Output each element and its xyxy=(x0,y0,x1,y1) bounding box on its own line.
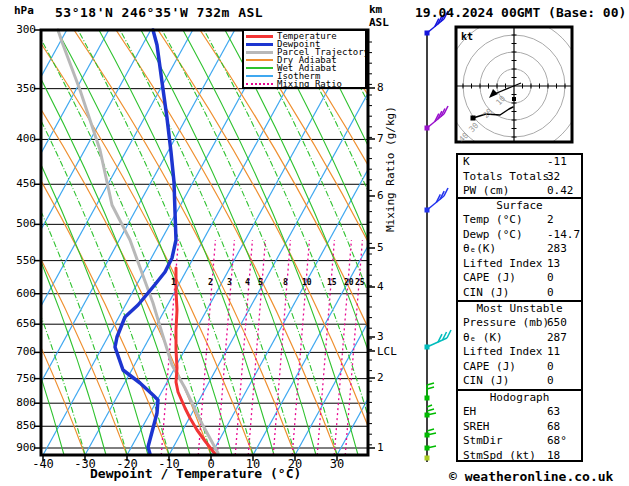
stats-value: 68° xyxy=(547,434,567,449)
stats-label: Lifted Index xyxy=(463,345,542,358)
datetime-label: 19.04.2024 00GMT (Base: 00) xyxy=(415,5,626,20)
stats-row: CAPE (J)0 xyxy=(458,271,581,286)
stats-row: θₑ(K)283 xyxy=(458,242,581,257)
stats-row: StmSpd (kt)18 xyxy=(458,449,581,464)
wet-adiabat-line xyxy=(36,30,211,455)
stats-value: -11 xyxy=(547,155,567,170)
stats-label: CAPE (J) xyxy=(463,360,516,373)
stats-value: 2 xyxy=(547,213,554,228)
stats-row: CAPE (J)0 xyxy=(458,360,581,375)
stats-value: 18 xyxy=(547,449,560,464)
temperature-tick-label: -40 xyxy=(28,459,58,470)
stats-row: Dewp (°C)-14.7 xyxy=(458,228,581,243)
stats-label: Totals Totals xyxy=(463,170,549,183)
legend-item: Mixing Ratio xyxy=(246,80,365,88)
dry-adiabat-line xyxy=(200,30,421,455)
pressure-tick-label: 450 xyxy=(6,178,36,189)
stats-row: SREH68 xyxy=(458,420,581,435)
hodograph-unit-label: kt xyxy=(461,31,473,42)
wind-barb xyxy=(425,456,430,461)
wet-adiabat-line xyxy=(624,30,629,455)
stats-table: SurfaceTemp (°C)2Dewp (°C)-14.7θₑ(K)283L… xyxy=(456,197,583,302)
mixing-ratio-value-label: 4 xyxy=(245,277,250,288)
stats-value: 287 xyxy=(547,331,567,346)
temperature-tick-label: 0 xyxy=(196,459,226,470)
legend-swatch xyxy=(246,35,273,38)
stats-row: θₑ (K)287 xyxy=(458,331,581,346)
wet-adiabat-line xyxy=(582,30,629,455)
wet-adiabat-line xyxy=(246,30,421,455)
wet-adiabat-line xyxy=(78,30,253,455)
temperature-tick-label: 20 xyxy=(280,459,310,470)
dry-adiabat-line xyxy=(158,30,379,455)
mixing-ratio-axis-title: Mixing Ratio (g/kg) xyxy=(384,106,397,232)
km-tick-label: 6 xyxy=(377,190,384,201)
station-title: 53°18'N 246°35'W 732m ASL xyxy=(55,5,263,20)
mixing-ratio-value-label: 10 xyxy=(302,277,312,288)
stats-label: CIN (J) xyxy=(463,374,509,387)
mixing-ratio-value-label: 2 xyxy=(208,277,213,288)
stats-table-title: Surface xyxy=(458,199,581,213)
wind-barb xyxy=(425,429,437,438)
legend-swatch xyxy=(246,51,273,54)
hodograph-storm-marker xyxy=(512,97,516,101)
stats-label: Lifted Index xyxy=(463,257,542,270)
isotherm-line xyxy=(211,30,445,455)
temperature-tick-label: 10 xyxy=(238,459,268,470)
stats-label: Pressure (mb) xyxy=(463,316,549,329)
km-tick-label: 3 xyxy=(377,331,384,342)
stats-label: θₑ(K) xyxy=(463,242,496,255)
legend-box: TemperatureDewpointParcel TrajectoryDry … xyxy=(242,29,367,89)
stats-table: HodographEH63SREH68StmDir68°StmSpd (kt)1… xyxy=(456,389,583,462)
stats-value: 0 xyxy=(547,374,554,389)
lcl-marker-label: LCL xyxy=(377,345,397,358)
wet-adiabat-line xyxy=(120,30,295,455)
stats-label: SREH xyxy=(463,420,490,433)
legend-swatch xyxy=(246,83,273,85)
stats-label: K xyxy=(463,155,470,168)
stats-label: CAPE (J) xyxy=(463,271,516,284)
legend-swatch xyxy=(246,59,273,61)
stats-row: CIN (J)0 xyxy=(458,374,581,389)
stats-row: Temp (°C)2 xyxy=(458,213,581,228)
legend-swatch xyxy=(246,67,273,69)
wind-barb xyxy=(425,383,435,401)
pressure-tick-label: 550 xyxy=(6,255,36,266)
stats-value: 63 xyxy=(547,405,560,420)
km-tick-label: 7 xyxy=(377,133,384,144)
stats-row: Pressure (mb)650 xyxy=(458,316,581,331)
mixing-ratio-line xyxy=(317,240,334,455)
stats-row: CIN (J)0 xyxy=(458,286,581,301)
wind-barb xyxy=(425,330,452,350)
wind-barb xyxy=(425,446,437,451)
stats-value: 68 xyxy=(547,420,560,435)
pressure-tick-label: 300 xyxy=(6,24,36,35)
wind-barb xyxy=(425,188,449,213)
wet-adiabat-line xyxy=(288,30,463,455)
stats-row: K-11 xyxy=(458,155,581,170)
pressure-tick-label: 900 xyxy=(6,442,36,453)
dewpoint-curve xyxy=(115,30,176,454)
mixing-ratio-value-label: 3 xyxy=(227,277,232,288)
stats-value: 32 xyxy=(547,170,560,185)
dry-adiabat-line xyxy=(620,30,629,455)
stats-value: 283 xyxy=(547,242,567,257)
stats-value: 0 xyxy=(547,360,554,375)
mixing-ratio-value-label: 25 xyxy=(355,277,365,288)
wet-adiabat-line xyxy=(603,30,629,455)
stats-value: 13 xyxy=(547,257,560,272)
stats-label: PW (cm) xyxy=(463,184,509,197)
stats-table: Most UnstablePressure (mb)650θₑ (K)287Li… xyxy=(456,300,583,391)
stats-value: 0 xyxy=(547,271,554,286)
temperature-tick-label: 30 xyxy=(322,459,352,470)
wet-adiabat-line xyxy=(204,30,379,455)
dry-adiabat-line xyxy=(32,30,253,455)
pressure-tick-label: 750 xyxy=(6,373,36,384)
dry-adiabat-line xyxy=(242,30,463,455)
stats-label: StmSpd (kt) xyxy=(463,449,536,462)
pressure-tick-label: 700 xyxy=(6,346,36,357)
pressure-tick-label: 500 xyxy=(6,218,36,229)
km-tick-label: 5 xyxy=(377,242,384,253)
mixing-ratio-value-label: 15 xyxy=(327,277,337,288)
stats-label: CIN (J) xyxy=(463,286,509,299)
